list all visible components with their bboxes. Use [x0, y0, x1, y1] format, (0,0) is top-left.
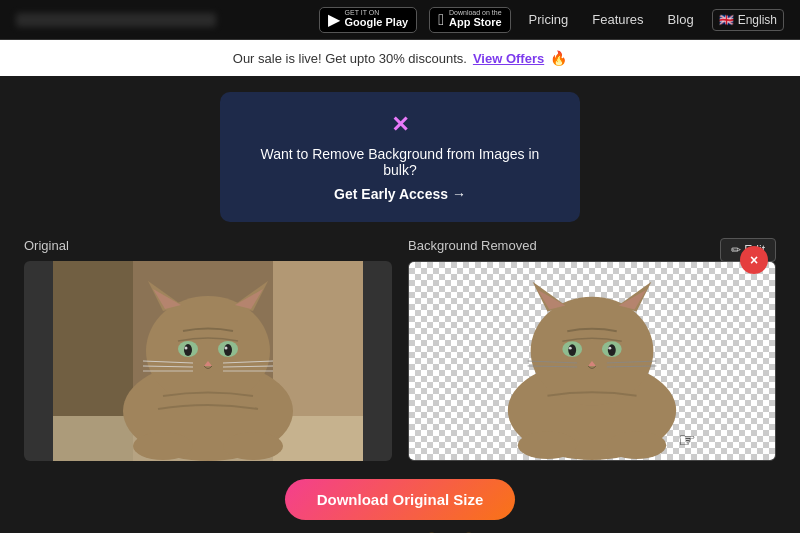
removed-image: [408, 261, 776, 461]
svg-point-30: [608, 344, 616, 356]
svg-point-29: [568, 344, 576, 356]
svg-point-9: [224, 344, 232, 356]
flag-icon: 🇬🇧: [719, 13, 734, 27]
svg-point-32: [608, 347, 611, 350]
svg-point-8: [184, 344, 192, 356]
svg-point-11: [225, 347, 228, 350]
pricing-link[interactable]: Pricing: [523, 8, 575, 31]
view-offers-link[interactable]: View Offers: [473, 51, 544, 66]
sale-banner: Our sale is live! Get upto 30% discounts…: [0, 40, 800, 76]
apple-icon: : [438, 11, 444, 29]
content-wrapper: × Original: [16, 238, 784, 533]
cat-removed-svg: [409, 262, 775, 460]
svg-point-43: [607, 431, 666, 459]
cat-svg: [24, 261, 392, 461]
blog-link[interactable]: Blog: [662, 8, 700, 31]
removed-bg-panel: Background Removed ✏ Edit: [408, 238, 776, 461]
navbar-left: [16, 13, 216, 27]
svg-point-10: [185, 347, 188, 350]
original-panel: Original: [24, 238, 392, 461]
download-button[interactable]: Download Original Size: [285, 479, 516, 520]
svg-point-31: [569, 347, 572, 350]
x-icon: ✕: [244, 112, 556, 138]
original-label: Original: [24, 238, 392, 253]
promo-title: Want to Remove Background from Images in…: [244, 146, 556, 178]
svg-point-42: [518, 431, 577, 459]
sale-text: Our sale is live! Get upto 30% discounts…: [233, 51, 467, 66]
checker-background: [409, 262, 775, 460]
navbar: ▶ GET IT ON Google Play  Download on th…: [0, 0, 800, 40]
promo-card: ✕ Want to Remove Background from Images …: [220, 92, 580, 222]
google-play-badge[interactable]: ▶ GET IT ON Google Play: [319, 7, 418, 33]
close-button[interactable]: ×: [740, 246, 768, 274]
app-store-text: Download on the App Store: [449, 9, 502, 29]
main-content: ✕ Want to Remove Background from Images …: [0, 92, 800, 533]
fire-emoji: 🔥: [550, 50, 567, 66]
app-store-badge[interactable]:  Download on the App Store: [429, 7, 510, 33]
svg-point-5: [146, 296, 270, 406]
svg-point-23: [133, 432, 193, 460]
blurred-content: [16, 13, 216, 27]
play-store-icon: ▶: [328, 10, 340, 29]
svg-point-26: [531, 297, 654, 406]
language-selector[interactable]: 🇬🇧 English: [712, 9, 784, 31]
svg-point-24: [223, 432, 283, 460]
original-image: [24, 261, 392, 461]
comparison-section: Original: [24, 238, 776, 461]
features-link[interactable]: Features: [586, 8, 649, 31]
download-section: Download Original Size Rate this result:…: [16, 479, 784, 533]
early-access-cta[interactable]: Get Early Access →: [244, 186, 556, 202]
google-play-text: GET IT ON Google Play: [345, 9, 409, 29]
language-label: English: [738, 13, 777, 27]
